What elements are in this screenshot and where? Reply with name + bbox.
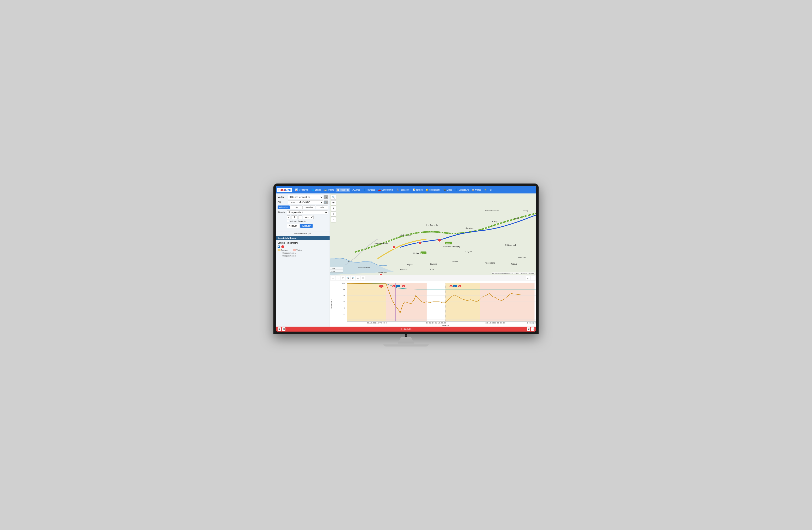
screen-inner: RoadLink 📊 Monitoring 🌐 Statuts 🚌 Trajet… xyxy=(276,186,536,331)
chart-resize-btn[interactable]: ↕ xyxy=(336,276,340,280)
svg-text:Châtelaillon: Châtelaillon xyxy=(401,234,410,236)
svg-text:Saujeon: Saujeon xyxy=(430,263,437,265)
nav-grid2[interactable]: ⊞ xyxy=(489,188,493,192)
rapports-icon: 📋 xyxy=(337,189,340,191)
objet-select[interactable]: Lamberet - FJ-145-BG xyxy=(288,200,323,204)
map-zoom-in-btn[interactable]: + xyxy=(331,211,336,217)
nav-statuts[interactable]: 🌐 Statuts xyxy=(310,188,322,192)
nav-tournees-label: Tournées xyxy=(367,189,375,191)
svg-text:P: P xyxy=(397,285,398,287)
modele-select[interactable]: 0 Courbe température xyxy=(288,195,323,199)
modele-rapport-link[interactable]: Modèle de Rapport xyxy=(276,232,330,236)
objet-label: Objet xyxy=(278,201,287,204)
courbe-title: Courbe Température xyxy=(278,242,328,244)
svg-text:10 km: 10 km xyxy=(331,268,335,269)
form-area: Modèle 0 Courbe température 🔍 Objet Lamb… xyxy=(276,194,330,231)
footer-icon-exit[interactable]: ⛶ xyxy=(531,327,534,331)
nettoyer-button[interactable]: Nettoyer xyxy=(287,224,299,228)
nav-zones[interactable]: ⬡ Zones xyxy=(350,188,361,192)
chart-list-btn[interactable]: ≡ xyxy=(526,276,530,280)
nav-passagers[interactable]: 🪑 Passagers xyxy=(395,188,411,192)
map-svg: La Rochelle Surgères Aulnay Ruffec Châte… xyxy=(330,194,536,275)
tab-hier[interactable]: Hier xyxy=(290,206,302,209)
compartiment1-legend: Compartiment 1 xyxy=(278,252,295,254)
nav-video[interactable]: 📹 Vidéo xyxy=(442,188,453,192)
svg-text:Ruffec: Ruffec xyxy=(514,217,520,219)
map-controls: 🔍 👁 ⊞ + − xyxy=(331,195,336,222)
jours-prev-btn[interactable]: ‹ xyxy=(287,215,290,219)
chart-table-btn[interactable]: ≡ xyxy=(356,276,360,280)
jours-unit-select[interactable]: jours xyxy=(303,215,314,219)
tab-aujourdhui[interactable]: Aujourd'hui xyxy=(278,206,290,209)
nav-unites[interactable]: 🚐 Unités xyxy=(470,188,482,192)
result-area: Courbe Température P − Parkings xyxy=(276,240,330,260)
svg-text:Heure: Heure xyxy=(442,325,449,326)
svg-point-2 xyxy=(438,238,441,242)
map-layers-btn[interactable]: ⊞ xyxy=(331,206,336,211)
nav-monitoring[interactable]: 📊 Monitoring xyxy=(294,188,310,192)
svg-text:Matha: Matha xyxy=(414,252,419,254)
nav-taches[interactable]: 📝 Tâches xyxy=(411,188,424,192)
trajets-icon: 🚌 xyxy=(324,189,327,191)
footer-icon-grid[interactable]: ⊞ xyxy=(282,327,286,331)
nav-trajets[interactable]: 🚌 Trajets xyxy=(323,188,335,192)
svg-text:−: − xyxy=(380,285,382,288)
svg-text:N141: N141 xyxy=(446,242,450,245)
svg-point-4 xyxy=(393,246,395,249)
nav-utilisateurs[interactable]: 👤 Utilisateurs xyxy=(454,188,470,192)
objet-search-btn[interactable]: 🔍 xyxy=(324,200,328,204)
trajets-legend: Trajets xyxy=(293,249,302,251)
map-eye-btn[interactable]: 👁 xyxy=(331,200,336,205)
nav-zones-label: Zones xyxy=(354,189,360,191)
svg-text:La T...: La T... xyxy=(348,261,352,263)
executer-button[interactable]: Exécuter xyxy=(300,224,313,228)
footer-icon-menu[interactable]: ☰ xyxy=(278,327,281,331)
actuelle-checkbox[interactable] xyxy=(287,220,289,222)
svg-text:Pons: Pons xyxy=(430,268,434,270)
tab-semaine[interactable]: Semaine xyxy=(303,206,315,209)
compartiment2-label: Compartiment 2 xyxy=(282,255,295,257)
jours-input[interactable] xyxy=(291,215,298,219)
app-logo: RoadLink xyxy=(277,188,292,192)
nav-grid1[interactable]: ⚡ xyxy=(483,188,488,192)
chart-zoom-out-btn[interactable]: 🔎 xyxy=(351,276,355,280)
svg-text:8: 8 xyxy=(344,295,345,296)
chart-move-btn[interactable]: ↔ xyxy=(331,276,335,280)
compartiment2-line xyxy=(278,256,282,256)
chart-zoom-in-btn[interactable]: 🔍 xyxy=(346,276,350,280)
svg-rect-42 xyxy=(480,283,534,321)
monitor-stand-neck xyxy=(398,337,414,344)
nav-conducteurs-label: Conducteurs xyxy=(381,189,393,191)
chart-full-btn[interactable]: ⛶ xyxy=(531,276,535,280)
map-search-btn[interactable]: 🔍 xyxy=(331,195,336,200)
tab-mois[interactable]: Mois xyxy=(316,206,328,209)
resultat-header: Resultat du Rapport xyxy=(276,236,330,240)
nav-tournees[interactable]: 👤 Tournées xyxy=(362,188,376,192)
svg-text:6: 6 xyxy=(344,301,345,303)
parkings-trajets-row: Parkings Trajets xyxy=(278,249,328,251)
jours-next-btn[interactable]: › xyxy=(298,215,302,219)
nav-notifications[interactable]: 🔔 Notifications xyxy=(424,188,441,192)
svg-text:26.12.2021 18:00:00: 26.12.2021 18:00:00 xyxy=(426,322,446,324)
svg-text:Civray: Civray xyxy=(523,210,528,212)
conducteurs-icon: 🚗 xyxy=(378,189,381,191)
map-zoom-out-btn[interactable]: − xyxy=(331,217,336,222)
footer-icon-monitor[interactable]: 🖥 xyxy=(527,327,530,331)
compartiment1-line xyxy=(278,253,282,253)
svg-rect-41 xyxy=(445,283,480,321)
svg-text:10: 10 xyxy=(342,289,345,290)
periode-select[interactable]: Pour précédent xyxy=(287,210,328,214)
chart-export-btn[interactable]: ⬜ xyxy=(361,276,365,280)
nav-rapports[interactable]: 📋 Rapports xyxy=(336,188,350,192)
chart-select-btn[interactable]: ✂ xyxy=(341,276,345,280)
compartiment2-row: Compartiment 2 xyxy=(278,255,328,257)
svg-text:Royan: Royan xyxy=(407,263,412,266)
p-badge: P xyxy=(278,246,280,248)
taches-icon: 📝 xyxy=(412,189,415,191)
modele-search-btn[interactable]: 🔍 xyxy=(324,195,328,199)
periode-label: Période: xyxy=(278,211,286,213)
nav-conducteurs[interactable]: 🚗 Conducteurs xyxy=(377,188,395,192)
main-content: Modèle 0 Courbe température 🔍 Objet Lamb… xyxy=(276,194,536,326)
svg-text:A10: A10 xyxy=(421,252,424,254)
svg-text:Angoulême: Angoulême xyxy=(485,262,495,264)
